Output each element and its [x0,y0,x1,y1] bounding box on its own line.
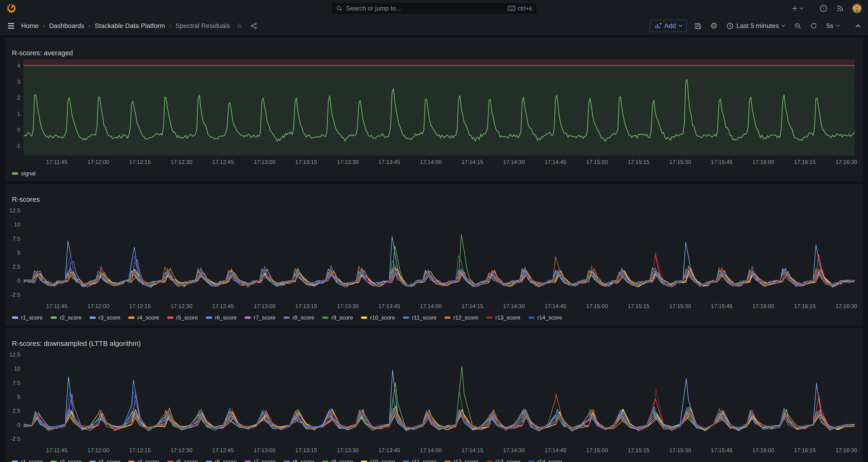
svg-text:17:12:30: 17:12:30 [170,447,192,453]
grafana-flame-icon [6,3,17,14]
legend-item[interactable]: r3_score [90,314,120,321]
search-bar[interactable]: Search or jump to... ctrl+k [331,2,537,14]
legend-item[interactable]: r10_score [361,459,395,462]
svg-text:17:11:45: 17:11:45 [46,447,68,453]
legend-item[interactable]: r11_score [403,314,436,321]
user-avatar[interactable] [852,3,862,13]
legend-series-swatch [12,172,18,175]
svg-text:5: 5 [17,394,20,400]
svg-text:17:11:45: 17:11:45 [46,159,68,165]
legend-item[interactable]: r3_score [90,459,120,462]
legend-item[interactable]: r4_score [128,459,159,462]
svg-text:17:15:00: 17:15:00 [586,447,608,453]
refresh-interval-picker[interactable]: 5s [825,22,841,30]
svg-text:17:12:45: 17:12:45 [212,303,234,309]
svg-text:17:13:30: 17:13:30 [337,159,359,165]
timeseries-chart[interactable]: 12.5107.552.50-2.517:11:4517:12:0017:12:… [6,202,862,310]
legend-series-label: signal [21,170,36,177]
dashboard-settings-button[interactable]: ⚙ [709,21,718,31]
legend-item[interactable]: r10_score [361,314,395,321]
refresh-button[interactable] [809,21,818,31]
breadcrumb-separator: › [88,22,90,29]
search-shortcut: ctrl+k [508,5,532,12]
breadcrumb-home[interactable]: Home [21,22,39,30]
legend-item[interactable]: r12_score [444,314,478,321]
new-button[interactable] [790,4,804,13]
gear-icon: ⚙ [710,22,718,30]
legend-item[interactable]: r4_score [128,314,159,321]
time-range-picker[interactable]: Last 5 minutes [725,22,787,30]
zoom-out-icon [794,22,802,30]
legend-item[interactable]: r6_score [206,314,237,321]
zoom-out-time-button[interactable] [793,21,803,31]
refresh-icon [810,22,817,30]
svg-text:?: ? [822,6,825,11]
avatar-pixel-art [852,3,862,13]
legend-item[interactable]: r9_score [322,314,353,321]
svg-text:17:12:00: 17:12:00 [87,303,109,309]
legend-item[interactable]: r1_score [12,459,43,462]
grafana-logo[interactable] [6,3,17,14]
legend-item[interactable]: signal [12,170,36,177]
svg-text:-2.5: -2.5 [11,436,20,442]
legend-item[interactable]: r7_score [245,459,275,462]
svg-text:17:15:30: 17:15:30 [669,447,691,453]
share-button[interactable] [249,22,258,30]
legend-series-label: r6_score [215,314,237,321]
chart-legend: signal [12,168,858,178]
legend-item[interactable]: r13_score [486,459,520,462]
svg-text:17:14:45: 17:14:45 [545,303,566,309]
svg-text:10: 10 [14,221,20,227]
svg-text:17:14:00: 17:14:00 [420,303,441,309]
legend-series-label: r3_score [99,314,120,321]
help-button[interactable]: ? [818,3,828,13]
legend-item[interactable]: r5_score [167,314,198,321]
news-button[interactable] [835,3,845,13]
legend-series-swatch [167,316,174,319]
legend-series-label: r5_score [176,459,198,462]
legend-series-swatch [283,316,290,319]
legend-item[interactable]: r13_score [486,314,520,321]
timeseries-chart[interactable]: 43210-117:11:4517:12:0017:12:1517:12:301… [6,56,862,166]
legend-item[interactable]: r1_score [12,314,43,321]
legend-item[interactable]: r9_score [322,459,353,462]
svg-text:17:14:30: 17:14:30 [503,303,525,309]
legend-item[interactable]: r8_score [283,314,314,321]
timeseries-chart[interactable]: 12.5107.552.50-2.517:11:4517:12:0017:12:… [6,346,862,455]
keyboard-icon [508,6,515,11]
legend-item[interactable]: r14_score [528,314,562,321]
legend-item[interactable]: r2_score [51,459,81,462]
legend-item[interactable]: r2_score [51,314,81,321]
legend-item[interactable]: r11_score [403,459,436,462]
legend-item[interactable]: r6_score [206,459,237,462]
clock-icon [726,22,734,29]
favorite-button[interactable]: ☆ [236,22,244,30]
legend-series-label: r7_score [254,459,275,462]
breadcrumb-dashboards[interactable]: Dashboards [49,22,84,30]
plus-icon [791,5,798,12]
svg-text:17:16:00: 17:16:00 [752,159,774,165]
legend-item[interactable]: r8_score [283,459,314,462]
collapse-toolbar-button[interactable] [855,23,862,28]
svg-text:17:16:00: 17:16:00 [752,303,774,309]
mega-menu-button[interactable] [6,22,16,30]
share-icon [250,22,257,29]
legend-item[interactable]: r5_score [167,459,198,462]
legend-item[interactable]: r14_score [528,459,562,462]
chart-legend: r1_scorer2_scorer3_scorer4_scorer5_score… [12,313,858,322]
add-panel-button[interactable]: Add [650,20,687,32]
save-dashboard-button[interactable] [693,21,703,31]
svg-text:17:15:30: 17:15:30 [669,303,691,309]
legend-item[interactable]: r12_score [444,459,478,462]
legend-series-swatch [206,316,212,319]
legend-series-label: r14_score [537,314,562,321]
legend-series-swatch [51,461,57,462]
svg-text:3: 3 [17,79,20,85]
svg-text:17:15:45: 17:15:45 [711,159,733,165]
legend-series-swatch [245,461,251,462]
svg-text:17:14:15: 17:14:15 [461,159,483,165]
svg-text:17:14:30: 17:14:30 [503,447,525,453]
legend-item[interactable]: r7_score [245,314,275,321]
legend-series-swatch [403,461,409,462]
breadcrumb-folder[interactable]: Stackable Data Platform [95,22,165,30]
